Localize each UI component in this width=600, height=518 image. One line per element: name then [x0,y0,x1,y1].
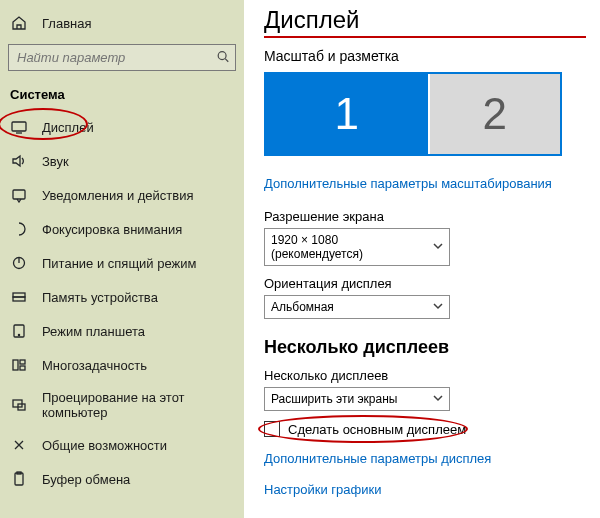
sidebar-item-label: Питание и спящий режим [42,256,196,271]
clipboard-icon [10,470,28,488]
advanced-scaling-link[interactable]: Дополнительные параметры масштабирования [264,176,552,191]
sidebar-item-project[interactable]: Проецирование на этот компьютер [0,382,244,428]
svg-point-7 [18,334,19,335]
graphics-settings-link[interactable]: Настройки графики [264,482,381,497]
notifications-icon [10,186,28,204]
svg-rect-13 [15,473,23,485]
shared-icon [10,436,28,454]
resolution-select[interactable]: 1920 × 1080 (рекомендуется) [264,228,450,266]
storage-icon [10,288,28,306]
sidebar-item-display[interactable]: Дисплей [0,110,244,144]
make-primary-row[interactable]: Сделать основным дисплеем [264,421,586,437]
multi-display-heading: Несколько дисплеев [264,337,586,358]
make-primary-label: Сделать основным дисплеем [288,422,466,437]
orientation-label: Ориентация дисплея [264,276,586,291]
svg-rect-1 [12,122,26,131]
power-icon [10,254,28,272]
sidebar-item-label: Память устройства [42,290,158,305]
focus-icon [10,220,28,238]
sidebar-item-label: Звук [42,154,69,169]
main-content: Дисплей Масштаб и разметка 1 2 Дополните… [244,0,600,518]
tablet-icon [10,322,28,340]
sidebar-item-focus[interactable]: Фокусировка внимания [0,212,244,246]
sound-icon [10,152,28,170]
svg-rect-9 [20,360,25,364]
resolution-label: Разрешение экрана [264,209,586,224]
search-input[interactable] [8,44,236,71]
advanced-display-link[interactable]: Дополнительные параметры дисплея [264,451,491,466]
svg-rect-10 [20,366,25,370]
sidebar: Главная Система Дисплей Звук Уведомления… [0,0,244,518]
sidebar-item-label: Общие возможности [42,438,167,453]
monitor-2[interactable]: 2 [428,74,560,154]
display-icon [10,118,28,136]
sidebar-item-label: Буфер обмена [42,472,130,487]
multi-display-value: Расширить эти экраны [271,392,397,406]
sidebar-item-multitask[interactable]: Многозадачность [0,348,244,382]
sidebar-item-label: Проецирование на этот компьютер [42,390,234,420]
sidebar-section-head: Система [0,77,244,110]
sidebar-item-power[interactable]: Питание и спящий режим [0,246,244,280]
orientation-select[interactable]: Альбомная [264,295,450,319]
sidebar-item-label: Многозадачность [42,358,147,373]
svg-rect-2 [13,190,25,199]
sidebar-item-label: Режим планшета [42,324,145,339]
sidebar-item-sound[interactable]: Звук [0,144,244,178]
search-field[interactable] [8,44,236,71]
sidebar-item-label: Дисплей [42,120,94,135]
project-icon [10,396,28,414]
orientation-value: Альбомная [271,300,334,314]
sidebar-item-notifications[interactable]: Уведомления и действия [0,178,244,212]
scale-heading: Масштаб и разметка [264,48,586,64]
home-icon [10,14,28,32]
monitor-1[interactable]: 1 [266,74,428,154]
multi-display-label: Несколько дисплеев [264,368,586,383]
search-icon [216,49,230,66]
monitor-arrangement[interactable]: 1 2 [264,72,562,156]
annotation-underline [264,36,586,38]
sidebar-item-label: Главная [42,16,91,31]
svg-rect-5 [13,297,25,301]
chevron-down-icon [433,240,443,254]
sidebar-item-clipboard[interactable]: Буфер обмена [0,462,244,496]
sidebar-item-label: Уведомления и действия [42,188,194,203]
multi-display-select[interactable]: Расширить эти экраны [264,387,450,411]
sidebar-item-storage[interactable]: Память устройства [0,280,244,314]
svg-rect-8 [13,360,18,370]
sidebar-item-tablet[interactable]: Режим планшета [0,314,244,348]
sidebar-item-label: Фокусировка внимания [42,222,182,237]
sidebar-item-shared[interactable]: Общие возможности [0,428,244,462]
page-title: Дисплей [264,6,586,34]
resolution-value: 1920 × 1080 (рекомендуется) [271,233,433,261]
svg-point-0 [218,51,226,59]
checkbox[interactable] [264,421,280,437]
chevron-down-icon [433,300,443,314]
chevron-down-icon [433,392,443,406]
sidebar-item-home[interactable]: Главная [0,6,244,40]
multitask-icon [10,356,28,374]
